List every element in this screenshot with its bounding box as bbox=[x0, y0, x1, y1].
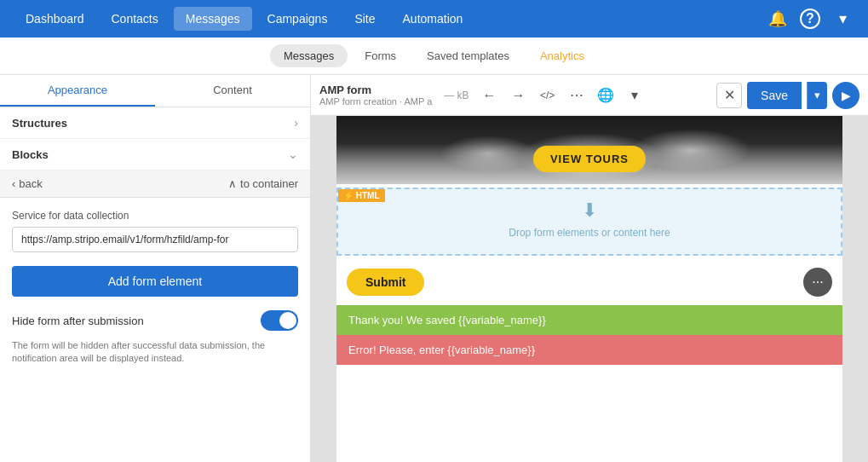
toolbar-title: AMP form bbox=[319, 84, 432, 96]
panel-tabs: Appearance Content bbox=[0, 75, 310, 107]
nav-messages[interactable]: Messages bbox=[174, 7, 252, 31]
account-dropdown-icon[interactable]: ▾ bbox=[831, 7, 854, 31]
tab-appearance[interactable]: Appearance bbox=[0, 75, 155, 107]
structures-section-header[interactable]: Structures › bbox=[0, 107, 310, 139]
toggle-note: The form will be hidden after successful… bbox=[12, 339, 298, 366]
nav-icons-group: 🔔 ? ▾ bbox=[766, 7, 854, 31]
structures-chevron-icon: › bbox=[294, 116, 298, 130]
redo-button[interactable]: → bbox=[507, 84, 531, 107]
nav-campaigns[interactable]: Campaigns bbox=[256, 7, 340, 31]
left-panel: Appearance Content Structures › Blocks ⌄… bbox=[0, 75, 311, 462]
code-editor-button[interactable]: </> bbox=[536, 84, 560, 107]
back-button[interactable]: ‹ back bbox=[12, 177, 43, 190]
toggle-slider bbox=[261, 310, 298, 331]
hide-form-toggle[interactable] bbox=[261, 310, 298, 331]
service-url-input[interactable] bbox=[12, 227, 298, 252]
more-actions-button[interactable]: ··· bbox=[803, 268, 832, 297]
globe-icon[interactable]: 🌐 bbox=[594, 84, 618, 107]
email-preview: VIEW TOURS ⚡ HTML ⬇ Drop form elements o… bbox=[336, 116, 842, 462]
nav-automation[interactable]: Automation bbox=[391, 7, 475, 31]
html-badge: ⚡ HTML bbox=[338, 189, 385, 202]
main-layout: Appearance Content Structures › Blocks ⌄… bbox=[0, 75, 868, 462]
form-section: Service for data collection Add form ele… bbox=[0, 198, 310, 378]
add-form-element-button[interactable]: Add form element bbox=[12, 266, 298, 297]
back-label: back bbox=[19, 177, 42, 190]
toggle-row: Hide form after submission bbox=[12, 310, 298, 331]
subnav-analytics[interactable]: Analytics bbox=[526, 44, 598, 67]
canvas-toolbar: AMP form AMP form creation · AMP a — kB … bbox=[311, 75, 868, 116]
to-container-chevron-icon: ∧ bbox=[228, 177, 237, 190]
save-dropdown-button[interactable]: ▾ bbox=[807, 82, 827, 109]
drop-icon: ⬇ bbox=[582, 199, 597, 222]
back-chevron-icon: ‹ bbox=[12, 177, 15, 190]
canvas-content: VIEW TOURS ⚡ HTML ⬇ Drop form elements o… bbox=[311, 116, 868, 462]
drop-zone-text: Drop form elements or content here bbox=[509, 227, 670, 239]
html-block: ⚡ HTML ⬇ Drop form elements or content h… bbox=[336, 188, 842, 256]
to-container-label: to container bbox=[240, 177, 298, 190]
toolbar-size: — kB bbox=[444, 90, 468, 101]
service-field-label: Service for data collection bbox=[12, 210, 298, 222]
structures-label: Structures bbox=[12, 117, 67, 130]
submit-row: Submit ··· bbox=[336, 259, 842, 305]
banner-image: VIEW TOURS bbox=[336, 116, 842, 184]
nav-contacts[interactable]: Contacts bbox=[100, 7, 170, 31]
close-button[interactable]: ✕ bbox=[716, 83, 742, 108]
blocks-chevron-icon: ⌄ bbox=[288, 147, 298, 161]
toolbar-title-block: AMP form AMP form creation · AMP a bbox=[319, 84, 432, 107]
canvas-area: AMP form AMP form creation · AMP a — kB … bbox=[311, 75, 868, 462]
panel-content: Structures › Blocks ⌄ ‹ back ∧ to contai… bbox=[0, 107, 310, 462]
subnav-forms[interactable]: Forms bbox=[351, 44, 410, 67]
view-tours-button[interactable]: VIEW TOURS bbox=[533, 146, 646, 172]
sub-navigation: Messages Forms Saved templates Analytics bbox=[0, 38, 868, 75]
subnav-messages[interactable]: Messages bbox=[270, 44, 348, 67]
undo-button[interactable]: ← bbox=[478, 84, 502, 107]
toggle-label: Hide form after submission bbox=[12, 315, 144, 327]
nav-dashboard[interactable]: Dashboard bbox=[14, 7, 96, 31]
more-options-icon[interactable]: ⋯ bbox=[565, 84, 589, 107]
error-message-bar: Error! Please, enter {{variable_name}} bbox=[336, 335, 842, 365]
to-container-button[interactable]: ∧ to container bbox=[228, 177, 298, 190]
blocks-label: Blocks bbox=[12, 148, 49, 161]
nav-site[interactable]: Site bbox=[342, 7, 387, 31]
submit-button[interactable]: Submit bbox=[347, 269, 424, 296]
subnav-saved-templates[interactable]: Saved templates bbox=[413, 44, 523, 67]
toolbar-subtitle: AMP form creation · AMP a bbox=[319, 96, 432, 107]
view-dropdown-icon[interactable]: ▾ bbox=[623, 84, 647, 107]
play-button[interactable]: ▶ bbox=[832, 82, 859, 109]
back-bar: ‹ back ∧ to container bbox=[0, 170, 310, 198]
bell-icon[interactable]: 🔔 bbox=[766, 7, 790, 31]
drop-zone[interactable]: ⬇ Drop form elements or content here bbox=[338, 189, 841, 249]
help-icon[interactable]: ? bbox=[800, 9, 820, 29]
success-message-bar: Thank you! We saved {{variable_name}} bbox=[336, 305, 842, 335]
top-navigation: Dashboard Contacts Messages Campaigns Si… bbox=[0, 0, 868, 38]
save-button[interactable]: Save bbox=[747, 82, 802, 109]
tab-content[interactable]: Content bbox=[155, 75, 310, 107]
blocks-section-header[interactable]: Blocks ⌄ bbox=[0, 139, 310, 170]
